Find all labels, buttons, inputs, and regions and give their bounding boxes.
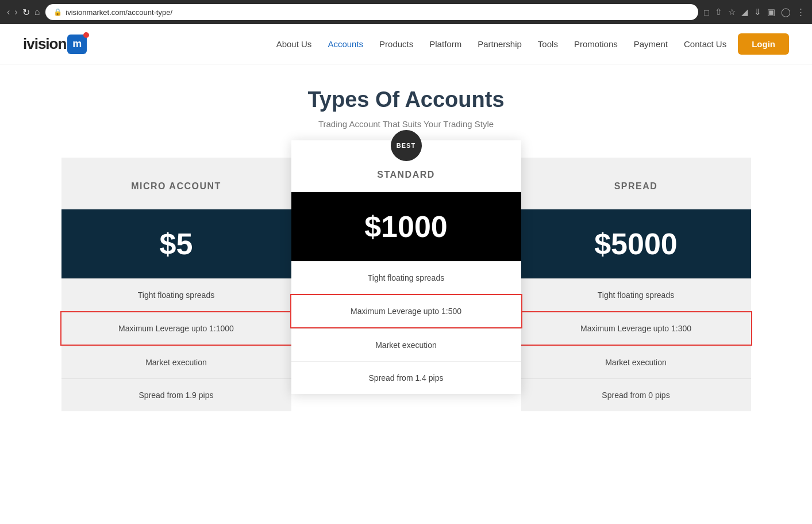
accounts-container: MICRO ACCOUNT $5 Tight floating spreads … [61,158,751,411]
nav-link-accounts[interactable]: Accounts [328,39,363,49]
spread-account-title: SPREAD [614,181,658,192]
nav-item-products[interactable]: Products [379,39,413,49]
spread-price-area: $5000 [521,209,751,278]
best-badge: BEST [391,130,422,161]
nav-item-promotions[interactable]: Promotions [574,39,618,49]
refresh-button[interactable]: ↻ [22,7,30,18]
nav-item-accounts[interactable]: Accounts [328,39,363,49]
micro-feature-3: Market execution [61,346,291,378]
home-button[interactable]: ⌂ [34,7,40,17]
spread-feature-4: Spread from 0 pips [521,378,751,411]
micro-feature-1: Tight floating spreads [61,278,291,311]
bookmark-icon[interactable]: ☆ [728,7,736,17]
address-bar[interactable]: 🔒 ivisionmarket.com/account-type/ [45,4,698,20]
micro-price-area: $5 [61,209,291,278]
standard-account-card: BEST STANDARD $1000 Tight floating sprea… [291,140,521,394]
page-subtitle: Trading Account That Suits Your Trading … [11,119,801,129]
micro-account-price: $5 [160,227,193,261]
browser-chrome: ‹ › ↻ ⌂ 🔒 ivisionmarket.com/account-type… [0,0,812,24]
micro-feature-2: Maximum Leverage upto 1:1000 [60,311,293,346]
profile-icon[interactable]: ◯ [781,7,791,17]
nav-link-partnership[interactable]: Partnership [478,39,522,49]
browser-nav-icons: ‹ › ↻ ⌂ [7,7,40,18]
nav-link-platform[interactable]: Platform [429,39,461,49]
micro-feature-4: Spread from 1.9 pips [61,378,291,411]
micro-account-title: MICRO ACCOUNT [131,181,221,192]
nav-item-contact[interactable]: Contact Us [684,39,726,49]
nav-item-tools[interactable]: Tools [538,39,558,49]
nav-link-about[interactable]: About Us [276,39,312,49]
spread-account-price: $5000 [594,227,678,261]
browser-toolbar-icons: □ ⇧ ☆ ◢ ⇓ ▣ ◯ ⋮ [704,7,805,17]
window-icon[interactable]: ▣ [767,7,775,17]
standard-price-area: $1000 [291,192,521,261]
main-nav: About Us Accounts Products Platform Part… [276,39,727,49]
page-content: Types Of Accounts Trading Account That S… [0,64,812,446]
site-header: ivision m About Us Accounts Products Pla… [0,24,812,64]
spread-title-area: SPREAD [521,158,751,209]
menu-icon[interactable]: ⋮ [796,7,805,17]
logo-area: ivision m [23,35,87,54]
page-title: Types Of Accounts [11,87,801,112]
nav-link-payment[interactable]: Payment [634,39,668,49]
nav-link-tools[interactable]: Tools [538,39,558,49]
micro-features: Tight floating spreads Maximum Leverage … [61,278,291,411]
logo-badge: m [67,35,87,54]
nav-link-products[interactable]: Products [379,39,413,49]
forward-button[interactable]: › [14,7,17,17]
extensions-icon[interactable]: ◢ [741,7,748,17]
spread-account-card: SPREAD $5000 Tight floating spreads Maxi… [521,158,751,411]
micro-title-area: MICRO ACCOUNT [61,158,291,209]
nav-item-payment[interactable]: Payment [634,39,668,49]
standard-feature-1: Tight floating spreads [291,261,521,294]
standard-feature-3: Market execution [291,328,521,361]
back-button[interactable]: ‹ [7,7,10,17]
nav-link-promotions[interactable]: Promotions [574,39,618,49]
download-icon[interactable]: ⇓ [754,7,761,17]
standard-features: Tight floating spreads Maximum Leverage … [291,261,521,394]
nav-link-contact[interactable]: Contact Us [684,39,726,49]
nav-item-partnership[interactable]: Partnership [478,39,522,49]
micro-account-card: MICRO ACCOUNT $5 Tight floating spreads … [61,158,291,411]
spread-feature-2: Maximum Leverage upto 1:300 [520,311,752,346]
standard-account-title: STANDARD [377,170,435,180]
nav-links: About Us Accounts Products Platform Part… [276,39,727,49]
spread-feature-1: Tight floating spreads [521,278,751,311]
spread-feature-3: Market execution [521,346,751,378]
nav-item-platform[interactable]: Platform [429,39,461,49]
standard-feature-2: Maximum Leverage upto 1:500 [290,294,522,328]
spread-features: Tight floating spreads Maximum Leverage … [521,278,751,411]
standard-account-price: $1000 [364,210,448,243]
logo-text: ivision [23,35,66,53]
share-icon[interactable]: ⇧ [715,7,722,17]
lock-icon: 🔒 [53,8,62,16]
standard-feature-4: Spread from 1.4 pips [291,361,521,394]
screenshot-icon[interactable]: □ [704,7,709,17]
nav-item-about[interactable]: About Us [276,39,312,49]
url-text: ivisionmarket.com/account-type/ [66,8,172,17]
login-button[interactable]: Login [738,33,789,55]
